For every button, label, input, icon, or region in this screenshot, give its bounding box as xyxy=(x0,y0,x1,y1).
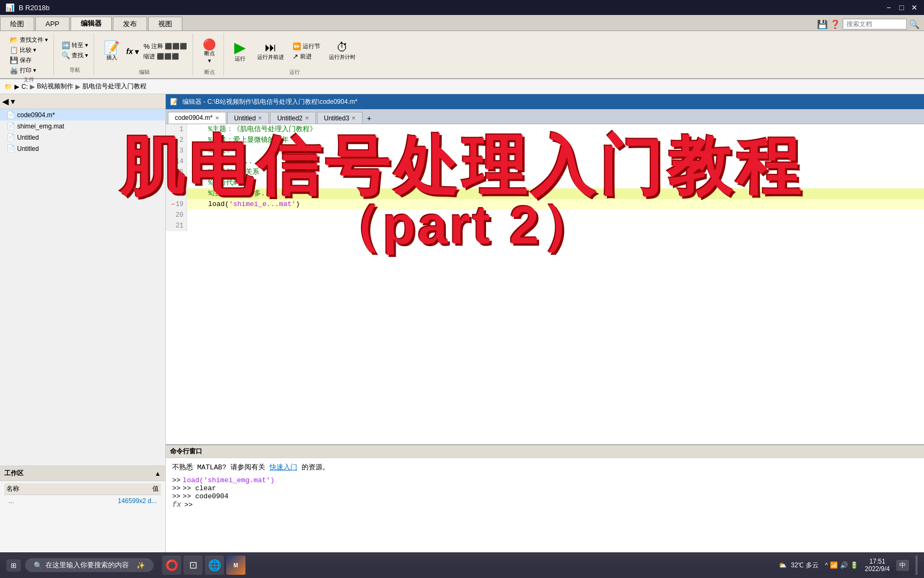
forward-button[interactable]: ↗ 前进 xyxy=(290,52,322,61)
breadcrumb-folder1[interactable]: B站视频制作 xyxy=(37,82,73,91)
line-num-18: 18 xyxy=(166,188,187,199)
tab-label-1: code0904.m* xyxy=(175,114,213,121)
sidebar-item-untitled2[interactable]: 📄 Untitled xyxy=(0,143,165,154)
cmd-text-2: >> clear xyxy=(183,484,216,492)
workspace-var-name: ... xyxy=(9,497,14,505)
workspace-header: 工作区 ▲ xyxy=(0,466,165,481)
tab-app[interactable]: APP xyxy=(35,17,70,31)
sidebar-item-untitled1[interactable]: 📄 Untitled xyxy=(0,132,165,143)
goto-button[interactable]: ➡️ 转至 ▾ xyxy=(59,41,90,50)
run-timed-button[interactable]: ⏱ 运行并计时 xyxy=(325,35,360,67)
cmd-text-3: >> code0904 xyxy=(183,492,229,500)
chevron-up-icon[interactable]: ^ xyxy=(825,561,828,569)
editor-title: 编辑器 - C:\B站视频制作\肌电信号处理入门教程\code0904.m* xyxy=(182,97,357,107)
editor-tab-untitled[interactable]: Untitled ✕ xyxy=(227,112,270,124)
command-title: 命令行窗口 xyxy=(170,447,202,456)
tab-close-1[interactable]: ✕ xyxy=(215,115,219,121)
close-button[interactable]: ✕ xyxy=(910,3,919,12)
find-button[interactable]: 🔍 查找 ▾ xyxy=(59,51,90,60)
breadcrumb-sep2: ▶ xyxy=(75,83,80,90)
line-num-1: 1 xyxy=(166,124,187,135)
line-num-19: — 19 xyxy=(166,199,187,210)
forward-label: 前进 xyxy=(300,52,312,60)
breadcrumb-folder2[interactable]: 肌电信号处理入门教程 xyxy=(82,82,147,91)
datetime-area[interactable]: 17:51 2022/9/4 xyxy=(865,558,890,573)
maximize-button[interactable]: □ xyxy=(897,3,906,12)
search-app-icon: ⭕ xyxy=(165,559,179,572)
find-arrow: ▾ xyxy=(85,52,88,59)
toolbar-edit-section: 📝 插入 fx ▾ % 注释 ⬛⬛⬛ 缩进 ⬛⬛⬛ 编辑 xyxy=(96,33,193,76)
sidebar-item-code0904[interactable]: 📄 code0904.m* xyxy=(0,109,165,120)
taskbar-edge[interactable]: 🌐 xyxy=(205,556,224,575)
find-label: 查找 xyxy=(72,51,83,59)
workspace-collapse-icon[interactable]: ▲ xyxy=(155,470,161,477)
taskbar-search[interactable]: 🔍 在这里输入你要搜索的内容 ✨ xyxy=(25,558,153,572)
run-timed-icon: ⏱ xyxy=(336,42,348,54)
cmd-prompt-current: >> xyxy=(184,501,193,509)
task-view-icon: ⊡ xyxy=(189,559,197,571)
run-section-button[interactable]: ⏩ 运行节 xyxy=(290,42,322,51)
sidebar-item-shimei[interactable]: 📄 shimei_emg.mat xyxy=(0,120,165,132)
tab-publish[interactable]: 发布 xyxy=(113,17,147,31)
toolbar-nav-section: ➡️ 转至 ▾ 🔍 查找 ▾ 导航 xyxy=(56,33,94,76)
tab-add-button[interactable]: + xyxy=(364,113,374,124)
tab-draw[interactable]: 绘图 xyxy=(0,17,34,31)
indent-button[interactable]: 缩进 ⬛⬛⬛ xyxy=(141,52,189,61)
cmd-current-input: fx >> xyxy=(172,500,918,509)
editor-tab-untitled2[interactable]: Untitled2 ✕ xyxy=(270,112,315,124)
search-input[interactable] xyxy=(843,19,907,29)
sidebar-content: 📄 code0904.m* 📄 shimei_emg.mat 📄 Untitle… xyxy=(0,109,165,466)
save-button[interactable]: 💾 保存 xyxy=(7,56,50,65)
code-line-2: 2 %作者：爱上显微镜的少年 xyxy=(166,135,924,146)
run-button[interactable]: ▶ 运行 xyxy=(229,35,251,67)
search-icon[interactable]: 🔍 xyxy=(909,19,920,29)
breakpoint-button[interactable]: 🔴 断点 ▾ xyxy=(198,35,220,67)
code-area[interactable]: 1 %主题：《肌电信号处理入门教程》 2 %作者：爱上显微镜的少年 3 %网址:… xyxy=(166,124,924,444)
print-button[interactable]: 🖨️ 打印 ▾ xyxy=(7,66,50,75)
sidebar-collapse-icon[interactable]: ◀ xyxy=(2,96,9,107)
minimize-button[interactable]: − xyxy=(884,3,893,12)
start-button[interactable]: ⊞ xyxy=(6,559,21,572)
file-small-buttons: 📂 查找文件 ▾ 📋 比较 ▾ 💾 保存 🖨️ 打印 ▾ xyxy=(7,35,50,75)
run-icon: ▶ xyxy=(234,40,246,55)
search-text: 在这里输入你要搜索的内容 xyxy=(45,560,129,570)
prompt-1: >> xyxy=(172,476,181,484)
cmd-line-1: >> load('shimei_emg.mat') xyxy=(172,476,918,484)
tab-editor[interactable]: 编辑器 xyxy=(71,17,112,31)
hint-link[interactable]: 快速入门 xyxy=(270,463,297,471)
tab-close-4[interactable]: ✕ xyxy=(351,115,356,121)
line-num-17: 17 xyxy=(166,178,187,188)
line-content-17: %运行代码 xyxy=(187,178,240,188)
sidebar-dropdown-icon[interactable]: ▾ xyxy=(11,96,15,107)
taskbar-search-app[interactable]: ⭕ xyxy=(162,556,181,575)
editor-area: 📝 编辑器 - C:\B站视频制作\肌电信号处理入门教程\code0904.m*… xyxy=(166,94,924,562)
show-desktop-button[interactable] xyxy=(915,556,918,575)
tab-close-2[interactable]: ✕ xyxy=(258,115,262,121)
title-bar-title: B R2018b xyxy=(19,4,50,12)
taskbar-matlab[interactable]: M xyxy=(226,556,245,575)
workspace-content: 名称 值 ... 146599x2 d... xyxy=(0,481,165,508)
insert-label: 插入 xyxy=(106,54,117,62)
nav-section-label: 导航 xyxy=(70,65,80,74)
find-file-button[interactable]: 📂 查找文件 ▾ xyxy=(7,35,50,44)
run-advance-label: 运行并前进 xyxy=(257,54,284,61)
compare-button[interactable]: 📋 比较 ▾ xyxy=(7,45,50,55)
command-content[interactable]: 不熟悉 MATLAB? 请参阅有关 快速入门 的资源。 >> load('shi… xyxy=(166,458,924,562)
annotate-button[interactable]: % 注释 ⬛⬛⬛ xyxy=(141,42,189,51)
find-file-icon: 📂 xyxy=(10,36,18,44)
tab-close-3[interactable]: ✕ xyxy=(305,115,309,121)
code-line-18: 18 %注释，单行，多... xyxy=(166,188,924,199)
taskbar-task-view[interactable]: ⊡ xyxy=(183,556,203,575)
tab-view[interactable]: 视图 xyxy=(148,17,182,31)
tray-icons: ^ 📶 🔊 🔋 xyxy=(825,561,859,569)
network-icon: 📶 xyxy=(830,561,838,569)
sys-tray: ⛅ 32℃ 多云 xyxy=(779,561,819,570)
run-advance-button[interactable]: ⏭ 运行并前进 xyxy=(253,35,288,67)
tab-label-4: Untitled3 xyxy=(324,115,349,122)
editor-tab-code0904[interactable]: code0904.m* ✕ xyxy=(168,112,226,124)
insert-button[interactable]: 📝 插入 xyxy=(99,35,124,67)
annotate-btns: ⬛⬛⬛ xyxy=(165,43,187,50)
editor-tab-untitled3[interactable]: Untitled3 ✕ xyxy=(317,112,363,124)
lang-indicator[interactable]: 中 xyxy=(896,560,909,571)
breadcrumb-c[interactable]: C: xyxy=(21,83,28,90)
